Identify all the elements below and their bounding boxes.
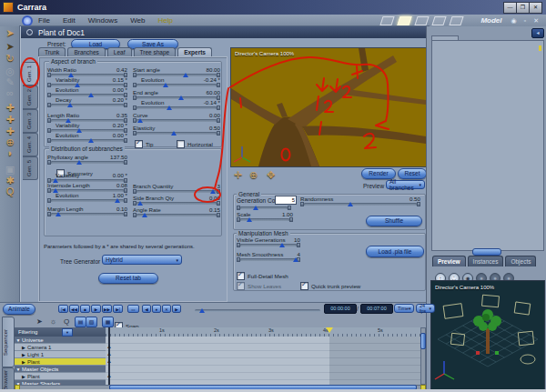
fast-forward-button[interactable]: ▶▶ xyxy=(102,305,112,313)
pointer-tool-icon[interactable]: ➤ xyxy=(36,317,43,326)
pan-preview-icon[interactable]: ✛ xyxy=(234,169,242,181)
slider[interactable] xyxy=(47,198,127,203)
add-keyframe-button[interactable]: ♦ xyxy=(152,305,161,313)
tree-generator-dropdown[interactable]: Hybrid▾ xyxy=(102,255,182,265)
keyframe-icon[interactable]: ▲ xyxy=(106,358,113,364)
slider-thumb[interactable] xyxy=(67,103,73,107)
slider-track[interactable] xyxy=(136,119,217,122)
checkbox[interactable]: ✓ xyxy=(300,282,308,290)
slider-cap-right[interactable] xyxy=(124,160,127,165)
close-panel-icon[interactable]: ✕ xyxy=(533,17,539,25)
zoom-timeline-icon[interactable]: Q xyxy=(64,317,69,326)
render-sun-icon[interactable]: ☼ xyxy=(50,317,56,326)
slider-cap-right[interactable] xyxy=(217,201,220,206)
director-camera-viewport[interactable]: Director's Camera 100% xyxy=(230,47,427,167)
menu-item-edit[interactable]: Edit xyxy=(63,16,76,25)
slider[interactable] xyxy=(133,201,220,206)
sequencer-row-universe[interactable]: ▼Universe xyxy=(15,337,106,344)
tab-objects[interactable]: Objects xyxy=(505,256,536,266)
slider-cap-right[interactable] xyxy=(124,103,127,107)
menu-item-file[interactable]: File xyxy=(38,16,50,25)
slider-thumb[interactable] xyxy=(115,198,120,203)
expand-icon[interactable]: ▶ xyxy=(20,344,27,351)
slider[interactable] xyxy=(133,106,220,110)
slider[interactable] xyxy=(133,83,220,87)
render-room-icon[interactable] xyxy=(450,16,464,25)
keyframe-icon[interactable]: ▲ xyxy=(106,344,113,349)
slider[interactable] xyxy=(47,138,127,143)
slider-cap-right[interactable] xyxy=(297,243,300,247)
slider-track[interactable] xyxy=(240,206,288,209)
eye-icon[interactable]: ◉ xyxy=(511,17,517,25)
sequencer-row-camera-1[interactable]: ▶Camera 1 xyxy=(15,344,106,351)
slider[interactable] xyxy=(133,213,220,217)
scene-end-marker[interactable] xyxy=(326,327,333,333)
slider-track[interactable] xyxy=(136,84,217,86)
generation-tab-1[interactable]: Gen. 1 xyxy=(23,62,38,85)
minimize-button[interactable]: — xyxy=(503,2,517,14)
generation-tab-2[interactable]: Gen. 2 xyxy=(23,85,38,109)
menu-item-web[interactable]: Web xyxy=(130,16,145,25)
next-keyframe-button[interactable]: ▶ xyxy=(172,305,181,313)
key-options-button[interactable]: ▦ xyxy=(102,317,114,327)
timeline-lanes-after-end[interactable] xyxy=(329,337,420,385)
sidebar-collapse-button[interactable]: ◂ xyxy=(531,28,544,38)
trackball-preview-icon[interactable]: ⊕ xyxy=(249,169,258,181)
generation-tab-5[interactable]: Gen. 5 xyxy=(23,156,38,180)
menu-item-help[interactable]: Help xyxy=(157,16,172,25)
slider-cap-right[interactable] xyxy=(217,118,220,123)
slider-cap-right[interactable] xyxy=(124,138,127,143)
slider-track[interactable] xyxy=(51,161,124,164)
slider-cap-right[interactable] xyxy=(217,83,220,87)
skip-start-button[interactable]: |◀ xyxy=(58,305,68,313)
slider-cap-right[interactable] xyxy=(289,217,293,222)
sequencer-row-master-objects[interactable]: ▼Master Objects xyxy=(15,366,106,373)
browser-tab[interactable]: Browser xyxy=(2,367,15,392)
slider-thumb[interactable] xyxy=(247,217,252,222)
slider-track[interactable] xyxy=(240,258,297,261)
rotate-tool-icon[interactable]: ↻ xyxy=(3,53,17,65)
dolly-camera-icon[interactable]: ✚ xyxy=(3,114,17,126)
quick-trunk-preview-checkbox[interactable]: ✓Quick trunk preview xyxy=(300,277,360,294)
shuffle-button[interactable]: Shuffle xyxy=(366,216,422,226)
playback-slider-thumb[interactable] xyxy=(199,308,205,313)
skip-end-button[interactable]: ▶| xyxy=(113,305,123,313)
sequencer-row-plant[interactable]: ▶Plant xyxy=(15,358,106,366)
slider-track[interactable] xyxy=(136,106,217,109)
stop-button[interactable]: ■ xyxy=(80,305,90,313)
slider-cap-right[interactable] xyxy=(217,213,220,217)
delete-keyframe-button[interactable]: ✕ xyxy=(162,305,171,313)
storyboard-room-icon[interactable] xyxy=(415,16,430,25)
tab-instances[interactable]: Instances xyxy=(468,256,504,266)
filter-button[interactable]: ▼ xyxy=(62,328,73,337)
tab-preview[interactable]: Preview xyxy=(432,256,466,266)
slider[interactable] xyxy=(47,212,127,216)
show-leaves-checkbox[interactable]: ✓Show Leaves xyxy=(237,277,281,294)
slider-thumb[interactable] xyxy=(348,202,353,206)
fps-dropdown[interactable]: 24 fps▾ xyxy=(416,304,435,313)
dialog-collapse-icon[interactable] xyxy=(26,29,33,35)
dolly-preview-icon[interactable]: ✥ xyxy=(267,169,275,181)
slider-track[interactable] xyxy=(136,190,217,193)
slider-cap-right[interactable] xyxy=(217,189,220,194)
slider-cap-right[interactable] xyxy=(417,202,420,206)
slider-thumb[interactable] xyxy=(279,243,285,247)
keyframe-icon[interactable]: ▲ xyxy=(106,351,113,357)
vertical-scrollbar-thumb[interactable] xyxy=(420,333,426,349)
assemble-room-icon[interactable] xyxy=(380,16,395,25)
pan-camera-icon[interactable]: ✚ xyxy=(3,102,17,114)
slider[interactable] xyxy=(47,103,127,107)
keyframe-icon[interactable]: ▲ xyxy=(106,373,113,378)
slider-track[interactable] xyxy=(51,139,124,142)
menu-item-windows[interactable]: Windows xyxy=(88,16,117,25)
slider-track[interactable] xyxy=(304,203,417,206)
generation-tab-3[interactable]: Gen. 3 xyxy=(23,109,38,133)
expand-icon[interactable]: ▼ xyxy=(15,366,22,373)
move-tool-icon[interactable]: ➤ xyxy=(3,41,17,53)
sequencer-row-plant[interactable]: ▶Plant xyxy=(15,373,106,380)
slider-thumb[interactable] xyxy=(137,118,143,123)
slider[interactable] xyxy=(237,257,300,262)
slider-cap-right[interactable] xyxy=(124,212,127,216)
slider-track[interactable] xyxy=(51,104,124,106)
slider-cap-right[interactable] xyxy=(288,206,291,210)
